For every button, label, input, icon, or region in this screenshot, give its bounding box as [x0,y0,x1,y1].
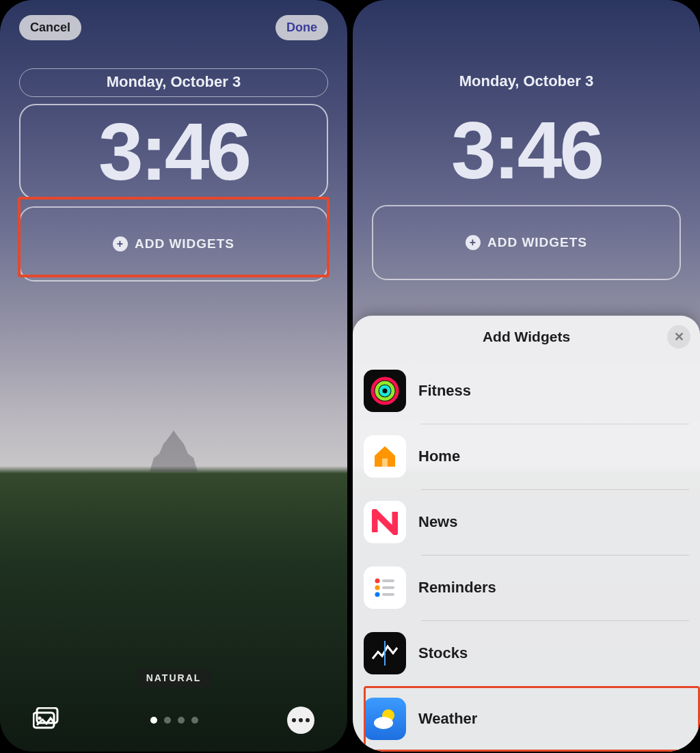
widget-row-weather[interactable]: Weather [364,686,700,752]
cancel-button[interactable]: Cancel [19,15,81,40]
add-widgets-button[interactable]: + ADD WIDGETS [372,205,681,280]
ellipsis-icon [292,718,296,722]
gallery-icon [33,707,62,730]
widget-row-reminders[interactable]: Reminders [364,555,700,620]
color-filter-chip[interactable]: NATURAL [137,668,211,687]
lock-time-value: 3:46 [98,111,249,192]
svg-point-2 [38,717,42,720]
svg-rect-6 [382,458,388,467]
widget-row-label: Home [418,448,460,465]
add-widgets-label: ADD WIDGETS [487,235,587,250]
page-indicator[interactable] [150,717,198,724]
plus-circle-icon: + [113,236,128,251]
widget-row-news[interactable]: News [364,489,700,555]
sheet-title: Add Widgets [483,329,570,345]
plus-circle-icon: + [466,235,481,250]
widget-row-label: News [418,513,457,531]
svg-point-11 [375,592,380,597]
close-icon: ✕ [674,329,684,344]
svg-point-7 [375,579,380,584]
lock-time-value: 3:46 [451,110,602,191]
svg-point-15 [374,717,393,729]
phone-screenshot-right: Monday, October 3 3:46 + ADD WIDGETS Add… [353,0,700,752]
stocks-chart-icon [364,632,406,674]
svg-rect-10 [382,586,394,589]
svg-rect-8 [382,579,394,582]
widget-row-label: Weather [418,710,477,728]
weather-sun-cloud-icon [364,698,406,740]
add-widgets-label: ADD WIDGETS [135,236,234,251]
close-sheet-button[interactable]: ✕ [667,325,690,348]
widget-row-stocks[interactable]: Stocks [364,620,700,686]
lock-date: Monday, October 3 [372,68,681,96]
page-dot-1 [150,717,157,724]
svg-rect-12 [382,593,394,596]
lock-time[interactable]: 3:46 [19,104,328,200]
lock-time: 3:46 [372,102,681,198]
page-dot-3 [178,717,185,724]
add-widgets-sheet: Add Widgets ✕ Fitness Home [353,316,700,752]
page-dot-4 [191,717,198,724]
add-widgets-button[interactable]: + ADD WIDGETS [19,206,328,282]
widget-row-label: Stocks [418,644,468,662]
page-dot-2 [164,717,171,724]
widget-row-home[interactable]: Home [364,424,700,489]
reminders-list-icon [364,566,406,609]
widget-app-list[interactable]: Fitness Home News [353,358,700,752]
done-button[interactable]: Done [275,15,328,40]
news-n-icon [364,501,406,543]
phone-screenshot-left: Cancel Done Monday, October 3 3:46 + ADD… [0,0,347,752]
lock-date[interactable]: Monday, October 3 [19,68,328,97]
bottom-toolbar [0,707,347,734]
photo-gallery-button[interactable] [33,707,62,733]
svg-point-5 [381,387,389,395]
svg-point-9 [375,586,380,590]
more-options-button[interactable] [287,707,314,734]
widget-row-fitness[interactable]: Fitness [364,358,700,424]
widget-row-label: Reminders [418,579,496,597]
fitness-rings-icon [364,370,406,412]
house-icon [364,435,406,478]
widget-row-label: Fitness [418,382,471,400]
tutorial-highlight-weather [364,686,700,752]
